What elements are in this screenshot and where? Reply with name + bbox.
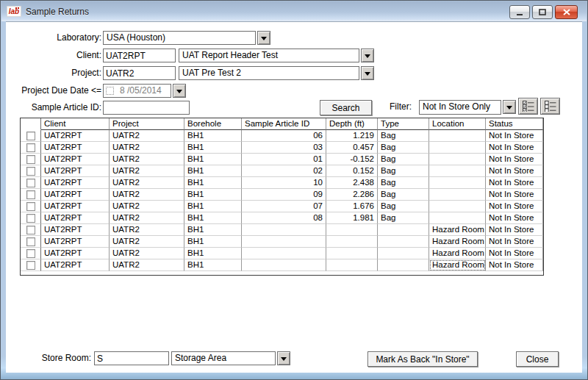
cell-sample-article-id[interactable] [242,259,326,271]
cell-sample-article-id[interactable]: 10 [242,177,326,189]
cell-borehole[interactable]: BH1 [184,212,242,224]
row-checkbox[interactable] [26,237,35,246]
cell-location[interactable]: Hazard Room [429,236,486,248]
row-checkbox[interactable] [26,214,35,223]
row-checkbox[interactable] [26,226,35,234]
cell-sample-article-id[interactable] [242,224,326,236]
cell-sample-article-id[interactable]: 08 [242,212,326,224]
cell-depth[interactable]: 2.286 [326,189,378,201]
cell-borehole[interactable]: BH1 [184,165,242,177]
cell-sample-article-id[interactable]: 09 [242,189,326,201]
cell-sample-article-id[interactable]: 06 [242,130,326,142]
cell-sample-article-id[interactable]: 02 [242,165,326,177]
cell-client[interactable]: UAT2RPT [41,130,110,142]
cell-client[interactable]: UAT2RPT [41,259,110,271]
cell-status[interactable]: Not In Store [486,165,543,177]
cell-type[interactable]: Bag [378,212,429,224]
cell-sample-article-id[interactable] [242,248,326,259]
cell-borehole[interactable]: BH1 [184,201,242,212]
cell-status[interactable]: Not In Store [486,212,543,224]
row-checkbox[interactable] [26,249,35,258]
cell-depth[interactable]: 1.981 [326,212,378,224]
search-button[interactable]: Search [320,100,372,115]
cell-project[interactable]: UATR2 [110,201,184,212]
cell-project[interactable]: UATR2 [110,130,184,142]
cell-status[interactable]: Not In Store [486,236,543,248]
row-checkbox[interactable] [26,179,35,187]
cell-location[interactable] [429,154,486,165]
cell-depth[interactable] [326,248,378,259]
row-checkbox[interactable] [26,167,35,176]
row-checkbox[interactable] [26,132,35,140]
row-checkbox[interactable] [26,261,35,270]
cell-status[interactable]: Not In Store [486,154,543,165]
cell-type[interactable]: Bag [378,189,429,201]
cell-client[interactable]: UAT2RPT [41,236,110,248]
cell-depth[interactable]: -0.152 [326,154,378,165]
cell-borehole[interactable]: BH1 [184,259,242,271]
cell-project[interactable]: UATR2 [110,248,184,259]
cell-type[interactable]: Bag [378,142,429,154]
check-all-button[interactable] [518,98,538,115]
cell-project[interactable]: UATR2 [110,154,184,165]
row-checkbox[interactable] [26,190,35,199]
sample-article-id-input[interactable] [103,101,190,115]
cell-depth[interactable] [326,259,378,271]
store-room-dropdown-arrow-icon[interactable] [277,351,290,365]
cell-type[interactable] [378,224,429,236]
uncheck-all-button[interactable] [540,98,560,115]
cell-status[interactable]: Not In Store [486,201,543,212]
cell-depth[interactable]: 0.457 [326,142,378,154]
cell-location[interactable] [429,177,486,189]
cell-project[interactable]: UATR2 [110,142,184,154]
cell-borehole[interactable]: BH1 [184,154,242,165]
cell-type[interactable] [378,248,429,259]
maximize-button[interactable] [532,5,553,19]
cell-project[interactable]: UATR2 [110,212,184,224]
cell-sample-article-id[interactable]: 07 [242,201,326,212]
minimize-button[interactable] [509,5,530,19]
filter-dropdown-arrow-icon[interactable] [503,100,516,114]
cell-type[interactable]: Bag [378,165,429,177]
cell-client[interactable]: UAT2RPT [41,212,110,224]
cell-borehole[interactable]: BH1 [184,248,242,259]
cell-location[interactable] [429,165,486,177]
row-checkbox[interactable] [26,143,35,152]
filter-value[interactable]: Not In Store Only [419,100,501,115]
cell-location[interactable] [429,142,486,154]
cell-location[interactable]: Hazard Room [429,248,486,259]
cell-client[interactable]: UAT2RPT [41,189,110,201]
cell-borehole[interactable]: BH1 [184,177,242,189]
cell-project[interactable]: UATR2 [110,224,184,236]
cell-project[interactable]: UATR2 [110,165,184,177]
cell-borehole[interactable]: BH1 [184,130,242,142]
cell-depth[interactable] [326,224,378,236]
cell-sample-article-id[interactable] [242,236,326,248]
cell-location[interactable] [429,212,486,224]
cell-type[interactable] [378,259,429,271]
cell-location[interactable]: Hazard Room [429,259,486,271]
cell-client[interactable]: UAT2RPT [41,142,110,154]
store-room-code-input[interactable] [94,351,169,365]
cell-project[interactable]: UATR2 [110,236,184,248]
laboratory-dropdown-arrow-icon[interactable] [257,31,270,45]
due-date-dropdown-arrow-icon[interactable] [173,84,186,98]
cell-borehole[interactable]: BH1 [184,189,242,201]
mark-as-back-in-store-button[interactable]: Mark As Back "In Store" [368,351,478,367]
cell-location[interactable] [429,201,486,212]
cell-sample-article-id[interactable]: 03 [242,142,326,154]
cell-status[interactable]: Not In Store [486,130,543,142]
cell-type[interactable]: Bag [378,201,429,212]
cell-client[interactable]: UAT2RPT [41,154,110,165]
cell-status[interactable]: Not In Store [486,259,543,271]
cell-status[interactable]: Not In Store [486,142,543,154]
cell-depth[interactable]: 2.438 [326,177,378,189]
cell-sample-article-id[interactable]: 01 [242,154,326,165]
laboratory-value[interactable]: USA (Houston) [103,31,256,45]
cell-status[interactable]: Not In Store [486,177,543,189]
titlebar[interactable]: lab Sample Returns [1,1,587,21]
cell-client[interactable]: UAT2RPT [41,248,110,259]
cell-status[interactable]: Not In Store [486,224,543,236]
cell-type[interactable]: Bag [378,130,429,142]
row-checkbox[interactable] [26,202,35,211]
